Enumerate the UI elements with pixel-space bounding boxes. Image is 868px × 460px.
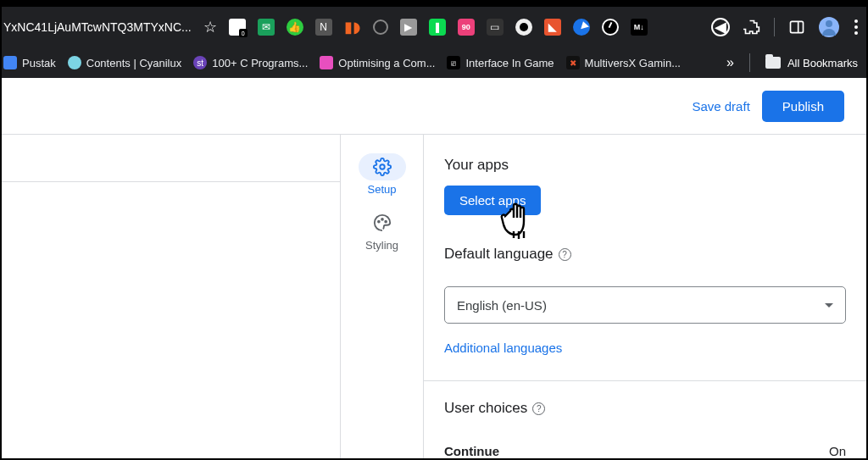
bookmark-1[interactable]: Contents | Cyanilux [68,56,182,69]
ext-icon-badge[interactable]: 90 [458,19,475,36]
ext-icon-10[interactable]: ▭ [487,19,504,36]
svg-rect-0 [791,21,804,32]
all-bookmarks-label: All Bookmarks [787,57,858,69]
ext-icon-8[interactable]: ❚ [429,19,446,36]
section-label: Default language [444,246,554,263]
divider [424,380,866,381]
ext-icon-14[interactable] [602,19,619,36]
all-bookmarks[interactable]: All Bookmarks [765,57,858,69]
ext-icon-15[interactable]: M↓ [631,19,648,36]
save-draft-button[interactable]: Save draft [692,99,749,114]
svg-point-4 [381,219,383,220]
url-fragment: YxNC41LjAuMTcwNTQ3MTYxNC... [3,20,192,34]
bookmark-2[interactable]: st100+ C Programs... [193,56,308,69]
kebab-menu-icon[interactable] [851,19,861,35]
bookmark-5[interactable]: ✖MultiversX Gamin... [566,56,681,69]
choice-state: On [829,444,846,458]
svg-point-5 [385,221,387,223]
help-icon[interactable]: ? [532,402,545,415]
publish-button[interactable]: Publish [762,91,844,122]
bookmark-3[interactable]: Optimising a Com... [320,56,435,69]
star-icon[interactable]: ☆ [203,18,217,36]
profile-avatar[interactable] [819,17,839,37]
extension-icons: 0 ✉ 👍 N ▮◗ ▶ ❚ 90 ▭ ◣ M↓ [229,19,648,36]
ext-icon-7[interactable]: ▶ [400,19,417,36]
ext-icon-2[interactable]: ✉ [258,19,275,36]
step-label: Styling [365,239,398,252]
bookmark-label: Pustak [22,57,56,69]
ext-icon-6[interactable] [373,19,388,35]
help-icon[interactable]: ? [559,248,571,261]
language-select[interactable]: English (en-US) [444,286,846,324]
bookmark-label: 100+ C Programs... [212,57,308,69]
bookmark-label: Interface In Game [465,57,554,69]
bookmarks-overflow-icon[interactable]: » [726,55,734,70]
back-icon[interactable]: ◀ [711,18,730,36]
section-your-apps: Your apps [444,157,846,174]
choice-label: Continue [444,444,499,458]
section-label: User choices [444,400,527,417]
omnibox-row: YxNC41LjAuMTcwNTQ3MTYxNC... ☆ 0 ✉ 👍 N ▮◗… [2,7,866,47]
separator [749,53,750,72]
ext-icon-3[interactable]: 👍 [287,19,303,36]
language-value: English (en-US) [457,298,547,313]
svg-point-2 [380,164,385,169]
extensions-icon[interactable] [742,17,762,37]
ext-icon-4[interactable]: N [315,19,332,36]
bookmark-0[interactable]: Pustak [3,56,56,69]
step-styling[interactable]: Styling [352,209,413,252]
select-apps-button[interactable]: Select apps [444,186,541,215]
section-default-language: Default language ? [444,246,846,263]
left-column [2,134,341,458]
step-setup[interactable]: Setup [352,153,413,196]
ext-icon-12[interactable]: ◣ [544,19,561,36]
separator [774,18,775,36]
bookmark-label: Contents | Cyanilux [86,57,182,69]
folder-icon [765,57,781,69]
step-label: Setup [368,183,397,196]
bookmark-label: MultiversX Gamin... [585,57,681,69]
user-choice-row[interactable]: Continue On [444,444,846,458]
app-header: Save draft Publish [2,78,866,134]
step-nav: Setup Styling [341,134,424,458]
main-panel: Your apps Select apps Default language ?… [424,134,866,458]
bookmarks-bar: Pustak Contents | Cyanilux st100+ C Prog… [2,47,866,78]
ext-icon-rss[interactable]: ▮◗ [344,19,361,36]
ext-icon-1[interactable]: 0 [229,19,246,36]
sidepanel-icon[interactable] [787,17,807,37]
caret-down-icon [825,303,833,308]
ext-icon-13[interactable] [573,19,590,36]
bookmark-4[interactable]: ⎚Interface In Game [447,56,554,69]
left-column-header [2,135,340,182]
ext-icon-11[interactable] [515,19,532,36]
gear-icon [359,153,406,180]
section-user-choices: User choices ? [444,400,846,417]
svg-point-3 [377,221,379,223]
bookmark-label: Optimising a Com... [338,57,435,69]
palette-icon [359,209,406,236]
additional-languages-link[interactable]: Additional languages [444,341,846,355]
